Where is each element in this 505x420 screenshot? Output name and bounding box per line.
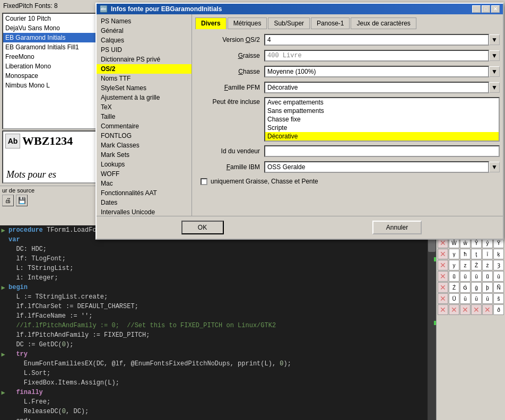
ok-button[interactable]: OK: [181, 221, 224, 234]
dropdown-famille-ibm[interactable]: OSS Geralde: [264, 161, 489, 173]
font-item-dejavu[interactable]: DejaVu Sans Mono: [3, 23, 108, 33]
version-dropdown-arrow[interactable]: ▼: [489, 34, 500, 45]
sidebar-item-woff[interactable]: WOFF: [97, 169, 191, 179]
checkbox-graisse-chasse-pente[interactable]: [201, 178, 207, 185]
sidebar-item-fonctionnalites[interactable]: Fonctionnalités AAT: [97, 188, 191, 198]
input-version[interactable]: 4: [264, 34, 489, 46]
char-cell[interactable]: [438, 271, 448, 282]
sidebar-item-commentaire[interactable]: Commentaire: [97, 121, 191, 131]
tab-metriques[interactable]: Métriques: [228, 18, 267, 29]
source-icon-print[interactable]: 🖨: [2, 195, 14, 206]
char-cell[interactable]: γ: [449, 249, 459, 259]
dropdown-chasse[interactable]: Moyenne (100%): [264, 66, 489, 77]
font-item-freemono[interactable]: FreeMono: [3, 52, 108, 62]
char-cell[interactable]: Ū: [449, 293, 459, 304]
sidebar-item-general[interactable]: Général: [97, 26, 191, 36]
char-cell[interactable]: Ż: [471, 260, 482, 270]
tab-panose[interactable]: Panose-1: [311, 18, 350, 29]
char-cell[interactable]: [438, 260, 448, 270]
font-item-courier[interactable]: Courier 10 Pitch: [3, 14, 108, 23]
char-cell[interactable]: ū: [482, 293, 493, 304]
char-cell[interactable]: [449, 304, 459, 315]
char-cell[interactable]: Ź: [449, 282, 459, 293]
char-cell[interactable]: þ: [482, 282, 493, 293]
char-cell[interactable]: ū: [471, 293, 482, 304]
sidebar-item-noms-ttf[interactable]: Noms TTF: [97, 74, 191, 83]
input-id-vendeur[interactable]: [264, 145, 500, 157]
char-cell[interactable]: ū: [471, 271, 482, 282]
sidebar-item-ps-uid[interactable]: PS UID: [97, 45, 191, 55]
char-cell[interactable]: [482, 304, 493, 315]
sidebar-item-ajustement[interactable]: Ajustement à la grille: [97, 93, 191, 102]
inclusion-decorative[interactable]: Décorative: [265, 132, 499, 141]
char-cell[interactable]: ū: [493, 271, 504, 282]
graisse-dropdown-arrow[interactable]: ▼: [489, 50, 500, 61]
code-scrollbar[interactable]: [428, 225, 436, 420]
famille-ibm-dropdown-arrow[interactable]: ▼: [489, 162, 500, 172]
sidebar-item-dates[interactable]: Dates: [97, 198, 191, 207]
char-cell[interactable]: ū: [460, 271, 471, 282]
char-cell[interactable]: ż: [482, 260, 493, 270]
char-cell[interactable]: Ǵ: [460, 282, 471, 293]
char-cell[interactable]: ţ: [471, 249, 482, 259]
char-cell[interactable]: [471, 304, 482, 315]
sidebar-item-mark-sets[interactable]: Mark Sets: [97, 150, 191, 160]
char-cell[interactable]: Ñ: [493, 282, 504, 293]
sidebar-item-intervalles[interactable]: Intervalles Unicode: [97, 207, 191, 216]
sidebar-item-styleset[interactable]: StyleSet Names: [97, 83, 191, 93]
char-cell[interactable]: ð: [493, 304, 504, 315]
dropdown-famille-pfm[interactable]: Décorative: [264, 82, 489, 93]
char-cell[interactable]: [438, 293, 448, 304]
sidebar-item-mark-classes[interactable]: Mark Classes: [97, 141, 191, 150]
sidebar-item-ps-names[interactable]: PS Names: [97, 16, 191, 26]
font-item-eb-garamond-fill[interactable]: EB Garamond Initials Fill1: [3, 42, 108, 52]
dialog-minimize-button[interactable]: _: [472, 5, 481, 13]
source-icon-save[interactable]: 💾: [16, 195, 28, 206]
sidebar-item-dict-ps[interactable]: Dictionnaire PS privé: [97, 55, 191, 64]
line-content: i: Integer;: [6, 274, 435, 282]
famille-pfm-dropdown-arrow[interactable]: ▼: [489, 82, 500, 93]
sidebar-item-lookups[interactable]: Lookups: [97, 160, 191, 169]
char-cell[interactable]: š: [493, 293, 504, 304]
input-graisse[interactable]: 400 Livre: [264, 50, 489, 62]
chasse-dropdown-arrow[interactable]: ▼: [489, 66, 500, 77]
char-cell[interactable]: [438, 249, 448, 259]
code-line: L: TStringList;: [0, 264, 435, 273]
font-item-nimbus[interactable]: Nimbus Mono L: [3, 81, 108, 90]
char-cell[interactable]: [438, 282, 448, 293]
tab-divers[interactable]: Divers: [195, 18, 227, 29]
char-cell[interactable]: ġ: [471, 282, 482, 293]
char-cell[interactable]: [460, 304, 471, 315]
char-cell[interactable]: y: [449, 260, 459, 270]
dialog-maximize-button[interactable]: □: [482, 5, 490, 13]
inclusion-chasse-fixe[interactable]: Chasse fixe: [265, 115, 499, 124]
char-cell[interactable]: ũ: [449, 271, 459, 282]
inclusion-avec-empattements[interactable]: Avec empattements: [265, 98, 499, 107]
sidebar-item-fontlog[interactable]: FONTLOG: [97, 131, 191, 141]
font-item-monospace[interactable]: Monospace: [3, 71, 108, 81]
cancel-button[interactable]: Annuler: [372, 221, 422, 234]
sidebar-item-taille[interactable]: Taille: [97, 112, 191, 121]
line-content: FixedBox.Items.Assign(L);: [6, 379, 435, 387]
char-cell[interactable]: [438, 304, 448, 315]
dialog-close-button[interactable]: ✕: [491, 5, 500, 13]
char-cell[interactable]: ī: [482, 249, 493, 259]
char-cell[interactable]: z: [460, 260, 471, 270]
char-cell[interactable]: ķ: [493, 249, 504, 259]
sidebar-item-calques[interactable]: Calques: [97, 36, 191, 45]
inclusion-scripte[interactable]: Scripte: [265, 124, 499, 132]
char-cell[interactable]: ħ: [460, 249, 471, 259]
code-line: lf.lfCharSet := DEFAULT_CHARSET;: [0, 302, 435, 311]
sidebar-item-mac[interactable]: Mac: [97, 179, 191, 188]
font-item-liberation[interactable]: Liberation Mono: [3, 62, 108, 71]
sidebar-item-os2[interactable]: OS/2: [97, 64, 191, 74]
code-line: i: Integer;: [0, 273, 435, 283]
char-cell[interactable]: ũ: [482, 271, 493, 282]
char-cell[interactable]: Ȝ: [493, 260, 504, 270]
inclusion-sans-empattements[interactable]: Sans empattements: [265, 107, 499, 115]
tab-sub-super[interactable]: Sub/Super: [268, 18, 310, 29]
font-item-eb-garamond[interactable]: EB Garamond Initials: [3, 33, 108, 42]
tab-jeux[interactable]: Jeux de caractères: [351, 18, 416, 29]
sidebar-item-tex[interactable]: TeX: [97, 102, 191, 112]
char-cell[interactable]: ū: [460, 293, 471, 304]
